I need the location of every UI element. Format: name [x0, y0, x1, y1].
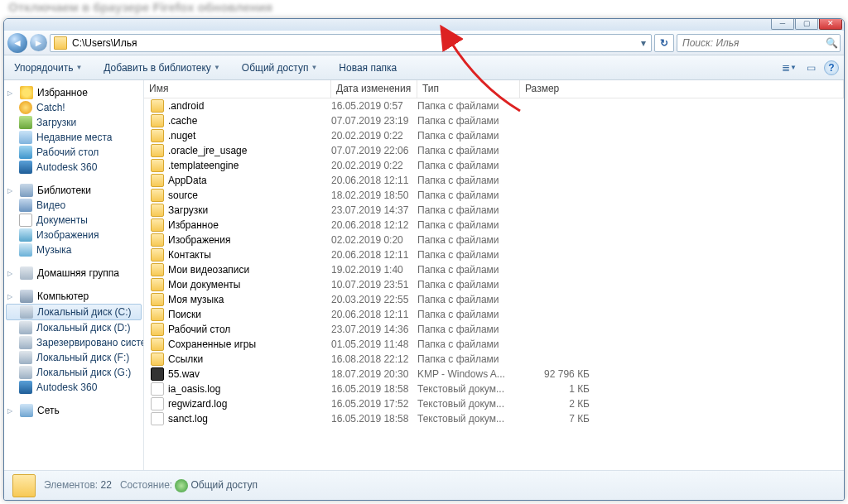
file-date: 16.05.2019 18:58	[331, 383, 417, 395]
sidebar-item[interactable]: Видео	[4, 198, 143, 213]
sidebar-item[interactable]: Локальный диск (C:)	[6, 304, 142, 320]
file-name: ia_oasis.log	[168, 383, 220, 395]
file-row[interactable]: source18.02.2019 18:50Папка с файлами	[144, 188, 844, 203]
file-type: Папка с файлами	[417, 264, 520, 276]
forward-button[interactable]: ►	[30, 34, 47, 51]
sidebar-item[interactable]: Музыка	[4, 242, 143, 257]
file-type: Папка с файлами	[417, 338, 520, 350]
file-type: Папка с файлами	[417, 204, 520, 216]
state-value: Общий доступ	[190, 479, 258, 491]
search-icon[interactable]: 🔍	[823, 37, 840, 49]
file-icon	[151, 174, 164, 187]
share-button[interactable]: Общий доступ▼	[237, 59, 323, 77]
file-row[interactable]: Поиски20.06.2018 12:11Папка с файлами	[144, 307, 844, 322]
file-row[interactable]: Мои видеозаписи19.02.2019 1:40Папка с фа…	[144, 262, 844, 277]
file-row[interactable]: .cache07.07.2019 23:19Папка с файлами	[144, 113, 844, 128]
file-row[interactable]: Мои документы10.07.2019 23:51Папка с фай…	[144, 277, 844, 292]
sidebar-item[interactable]: Catch!	[4, 100, 143, 115]
file-type: Папка с файлами	[417, 249, 520, 261]
preview-pane-button[interactable]: ▭	[802, 60, 819, 76]
search-input[interactable]	[677, 37, 823, 49]
file-icon	[151, 144, 164, 157]
column-type[interactable]: Тип	[417, 80, 520, 98]
file-icon	[151, 382, 164, 396]
file-row[interactable]: Сохраненные игры01.05.2019 11:48Папка с …	[144, 337, 844, 352]
file-row[interactable]: Загрузки23.07.2019 14:37Папка с файлами	[144, 203, 844, 218]
state-label: Состояние:	[120, 479, 172, 491]
minimize-button[interactable]: ─	[771, 19, 794, 30]
sidebar-item[interactable]: Зарезервировано систе	[4, 335, 143, 350]
column-size[interactable]: Размер	[520, 80, 844, 98]
file-row[interactable]: sanct.log16.05.2019 18:58Текстовый докум…	[144, 411, 844, 426]
item-icon	[19, 351, 32, 364]
close-button[interactable]: ✕	[819, 19, 842, 30]
file-row[interactable]: .templateengine20.02.2019 0:22Папка с фа…	[144, 158, 844, 173]
item-icon	[19, 214, 32, 227]
file-date: 18.07.2019 20:30	[331, 368, 417, 380]
folder-icon	[54, 36, 67, 50]
file-row[interactable]: .oracle_jre_usage07.07.2019 22:06Папка с…	[144, 143, 844, 158]
file-row[interactable]: Ссылки16.08.2018 22:12Папка с файлами	[144, 352, 844, 367]
item-icon	[19, 321, 32, 334]
refresh-button[interactable]: ↻	[654, 34, 674, 52]
file-type: Папка с файлами	[417, 309, 520, 320]
column-name[interactable]: Имя	[144, 80, 331, 98]
sidebar-header[interactable]: Домашняя группа	[4, 266, 143, 281]
file-date: 20.02.2019 0:22	[331, 160, 417, 171]
help-button[interactable]: ?	[824, 60, 839, 75]
file-row[interactable]: .nuget20.02.2019 0:22Папка с файлами	[144, 128, 844, 143]
file-size: 92 796 КБ	[520, 368, 595, 380]
file-row[interactable]: Моя музыка20.03.2019 22:55Папка с файлам…	[144, 292, 844, 307]
file-type: Папка с файлами	[417, 279, 520, 290]
sidebar-header[interactable]: Сеть	[4, 403, 143, 418]
file-date: 20.06.2018 12:11	[331, 309, 417, 320]
titlebar: ─ ▢ ✕	[4, 19, 844, 31]
group-icon	[20, 290, 33, 303]
sidebar-item[interactable]: Загрузки	[4, 115, 143, 130]
add-to-library-button[interactable]: Добавить в библиотеку▼	[99, 59, 224, 77]
status-bar: Элементов: 22 Состояние: Общий доступ	[4, 470, 844, 500]
file-row[interactable]: Изображения02.02.2019 0:20Папка с файлам…	[144, 233, 844, 247]
file-row[interactable]: 55.wav18.07.2019 20:30KMP - Windows A...…	[144, 367, 844, 382]
address-dropdown-icon[interactable]: ▾	[636, 37, 651, 49]
item-icon	[19, 243, 32, 257]
file-row[interactable]: AppData20.06.2018 12:11Папка с файлами	[144, 173, 844, 188]
file-row[interactable]: Рабочий стол23.07.2019 14:36Папка с файл…	[144, 322, 844, 337]
organize-button[interactable]: Упорядочить▼	[9, 59, 87, 77]
file-row[interactable]: .android16.05.2019 0:57Папка с файлами	[144, 98, 844, 113]
sidebar-item[interactable]: Локальный диск (F:)	[4, 350, 143, 365]
sidebar-item[interactable]: Autodesk 360	[4, 380, 143, 395]
file-row[interactable]: Контакты20.06.2018 12:11Папка с файлами	[144, 247, 844, 262]
sidebar-item[interactable]: Документы	[4, 213, 143, 228]
sidebar-item[interactable]: Изображения	[4, 228, 143, 242]
sidebar-item[interactable]: Недавние места	[4, 130, 143, 145]
elements-count: 22	[101, 479, 112, 491]
view-options-button[interactable]: ≣ ▼	[781, 60, 797, 76]
file-icon	[151, 278, 164, 291]
item-icon	[19, 146, 32, 159]
file-size: 2 КБ	[520, 398, 595, 410]
file-date: 01.05.2019 11:48	[331, 338, 417, 350]
sidebar-header[interactable]: Избранное	[4, 85, 143, 100]
sidebar-item[interactable]: Autodesk 360	[4, 160, 143, 175]
back-button[interactable]: ◄	[7, 33, 27, 53]
item-icon	[19, 336, 32, 349]
file-type: KMP - Windows A...	[417, 368, 520, 380]
sidebar-item[interactable]: Рабочий стол	[4, 145, 143, 160]
sidebar-header[interactable]: Библиотеки	[4, 183, 143, 198]
file-row[interactable]: ia_oasis.log16.05.2019 18:58Текстовый до…	[144, 382, 844, 396]
address-bar[interactable]: C:\Users\Илья ▾	[50, 34, 652, 52]
file-name: Мои документы	[168, 279, 240, 290]
sidebar-header[interactable]: Компьютер	[4, 289, 143, 304]
maximize-button[interactable]: ▢	[795, 19, 818, 30]
file-row[interactable]: Избранное20.06.2018 12:12Папка с файлами	[144, 218, 844, 233]
file-row[interactable]: regwizard.log16.05.2019 17:52Текстовый д…	[144, 396, 844, 411]
sidebar-item[interactable]: Локальный диск (D:)	[4, 320, 143, 335]
sidebar-item[interactable]: Локальный диск (G:)	[4, 365, 143, 380]
search-box[interactable]: 🔍	[677, 34, 841, 52]
item-icon	[19, 101, 32, 114]
file-name: AppData	[168, 175, 207, 186]
new-folder-button[interactable]: Новая папка	[334, 59, 402, 77]
column-date[interactable]: Дата изменения	[331, 80, 417, 98]
item-icon	[20, 305, 33, 319]
